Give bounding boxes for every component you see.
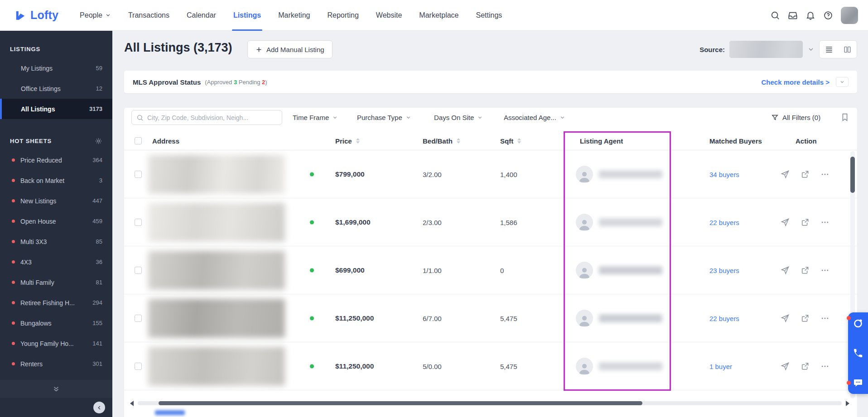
table-search-input[interactable] [147,114,277,121]
check-more-details-link[interactable]: Check more details > [762,78,829,86]
blurred-address-cell[interactable] [148,203,285,242]
external-link-icon[interactable] [800,314,810,323]
sidebar-item-multi-3x3[interactable]: Multi 3X385 [0,231,112,252]
more-actions-icon[interactable] [820,170,829,179]
nav-listings[interactable]: Listings [225,0,270,30]
help-icon[interactable] [823,10,833,20]
all-filters-button[interactable]: All Filters (0) [771,110,820,125]
row-checkbox[interactable] [135,171,142,178]
select-all-checkbox[interactable] [135,137,142,144]
hotsheet-dot [12,179,15,182]
filter-purchase-type[interactable]: Purchase Type [357,110,411,125]
more-actions-icon[interactable] [820,266,829,275]
blurred-address-cell[interactable] [148,155,285,194]
matched-buyers-link[interactable]: 22 buyers [709,314,739,322]
send-icon[interactable] [781,266,790,275]
vertical-scrollbar-thumb[interactable] [850,157,855,193]
sidebar-item-retiree-fishing[interactable]: Retiree Fishing H...294 [0,292,112,313]
blurred-address-cell[interactable] [148,251,285,290]
external-link-icon[interactable] [800,362,810,371]
sidebar-section-listings: LISTINGS [0,40,112,58]
more-actions-icon[interactable] [820,218,829,227]
sidebar-item-open-house[interactable]: Open House459 [0,211,112,231]
matched-buyers-link[interactable]: 22 buyers [709,218,739,226]
sidebar-item-office-listings[interactable]: Office Listings 12 [0,78,112,99]
matched-buyers-link[interactable]: 1 buyer [709,362,732,370]
external-link-icon[interactable] [800,266,810,275]
filter-days-on-site[interactable]: Days On Site [434,110,483,125]
external-link-icon[interactable] [800,218,810,227]
row-checkbox[interactable] [135,315,142,322]
nav-marketplace[interactable]: Marketplace [410,0,467,30]
column-header-price[interactable]: Price [335,131,360,150]
nav-website[interactable]: Website [367,0,411,30]
column-view-button[interactable] [838,41,857,58]
sidebar-item-price-reduced[interactable]: Price Reduced364 [0,150,112,170]
item-count: 364 [92,157,102,163]
sidebar-item-renters[interactable]: Renters301 [0,354,112,374]
brand-name: Lofty [30,9,58,22]
sidebar-item-back-on-market[interactable]: Back on Market3 [0,170,112,191]
row-checkbox[interactable] [135,363,142,370]
sidebar-collapse-button[interactable] [93,402,105,413]
send-icon[interactable] [781,362,790,371]
item-label: My Listings [21,65,53,72]
matched-buyers-link[interactable]: 34 buyers [709,170,739,178]
more-actions-icon[interactable] [820,362,829,371]
source-dropdown[interactable] [729,41,803,58]
search-icon[interactable] [770,10,780,20]
ai-assistant-icon[interactable] [853,318,863,329]
phone-icon[interactable] [853,348,863,359]
sidebar-item-my-listings[interactable]: My Listings 59 [0,58,112,78]
notifications-bell-icon[interactable] [805,10,815,20]
nav-settings[interactable]: Settings [468,0,511,30]
sort-icon[interactable] [517,138,521,144]
sidebar-item-young-family[interactable]: Young Family Ho...141 [0,333,112,354]
lofty-logo[interactable]: Lofty [0,9,71,22]
sort-icon[interactable] [356,138,360,144]
blurred-address-cell[interactable] [148,347,285,386]
add-manual-listing-button[interactable]: Add Manual Listing [247,40,333,58]
mls-collapse-button[interactable] [836,77,849,87]
item-count: 141 [92,340,102,347]
column-header-bed-bath[interactable]: Bed/Bath [423,131,460,150]
gear-icon[interactable] [95,137,102,145]
list-view-button[interactable] [820,41,838,58]
user-avatar[interactable] [841,7,858,24]
send-icon[interactable] [781,314,790,323]
saved-filters-icon[interactable] [840,112,850,122]
matched-buyers-link[interactable]: 23 buyers [709,266,739,274]
row-checkbox[interactable] [135,219,142,226]
external-link-icon[interactable] [800,170,810,179]
primary-nav: People Transactions Calendar Listings Ma… [71,0,511,30]
scroll-left-arrow[interactable] [130,401,134,406]
chat-icon[interactable] [853,378,863,388]
sidebar-item-bungalows[interactable]: Bungalows155 [0,313,112,333]
column-header-sqft[interactable]: Sqft [500,131,521,150]
filter-associated-agent[interactable]: Associated Age... [504,110,565,125]
sidebar-expand-button[interactable] [0,380,112,398]
row-checkbox[interactable] [135,267,142,274]
inbox-icon[interactable] [788,10,798,20]
horizontal-scrollbar-thumb[interactable] [159,401,642,405]
more-actions-icon[interactable] [820,314,829,323]
nav-transactions[interactable]: Transactions [120,0,178,30]
blurred-address-cell[interactable] [148,299,285,338]
sort-icon[interactable] [457,138,460,144]
send-icon[interactable] [781,218,790,227]
nav-marketing[interactable]: Marketing [270,0,318,30]
scroll-right-arrow[interactable] [846,401,849,406]
sidebar-item-new-listings[interactable]: New Listings447 [0,191,112,211]
sidebar-item-multi-family[interactable]: Multi Family81 [0,272,112,292]
chevron-down-icon[interactable] [807,46,815,53]
table-search[interactable] [131,110,282,125]
sidebar-item-all-listings[interactable]: All Listings 3173 [0,99,112,119]
sidebar-item-4x3[interactable]: 4X336 [0,252,112,272]
send-icon[interactable] [781,170,790,179]
filter-time-frame[interactable]: Time Frame [293,110,338,125]
nav-reporting[interactable]: Reporting [318,0,367,30]
nav-calendar[interactable]: Calendar [178,0,225,30]
hotsheet-dot [12,362,15,365]
nav-people[interactable]: People [71,0,120,30]
horizontal-scrollbar[interactable] [138,401,842,405]
